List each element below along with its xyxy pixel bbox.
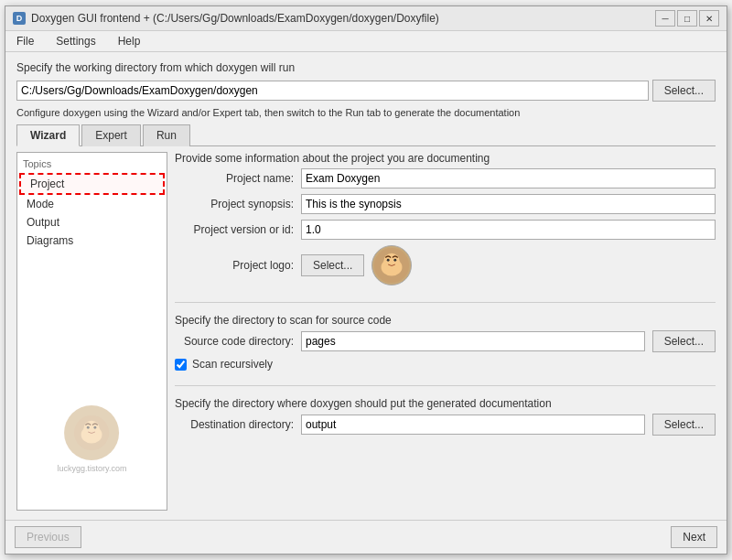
title-bar-controls: ─ □ ✕ (655, 10, 719, 27)
svg-point-2 (84, 421, 100, 436)
menu-help[interactable]: Help (111, 33, 148, 49)
sidebar: Topics Project Mode Output Diagrams (16, 152, 167, 511)
tab-run[interactable]: Run (143, 124, 190, 146)
main-window: D Doxygen GUI frontend + (C:/Users/Gg/Do… (5, 5, 727, 555)
project-logo-row: Select... (301, 245, 412, 285)
source-dir-input[interactable] (301, 331, 645, 351)
svg-point-3 (87, 426, 90, 429)
project-section-title: Provide some information about the proje… (175, 152, 716, 165)
svg-point-4 (94, 426, 97, 429)
svg-point-8 (387, 259, 390, 262)
project-name-label: Project name: (175, 172, 294, 185)
sidebar-item-mode[interactable]: Mode (17, 195, 167, 213)
working-dir-row: Select... (16, 80, 716, 102)
project-version-group: Project version or id: (175, 220, 716, 240)
source-dir-label: Source code directory: (175, 335, 294, 348)
main-content: Specify the working directory from which… (5, 52, 727, 520)
project-logo-avatar (371, 245, 412, 285)
scan-recursive-checkbox[interactable] (175, 359, 187, 371)
logo-avatar-svg (372, 246, 411, 285)
sidebar-item-project[interactable]: Project (19, 173, 165, 195)
configure-label: Configure doxygen using the Wizard and/o… (16, 107, 716, 118)
destination-dir-group: Destination directory: Select... (175, 414, 716, 436)
working-dir-label: Specify the working directory from which… (16, 61, 716, 74)
destination-dir-input[interactable] (301, 415, 645, 435)
avatar-small (64, 405, 119, 460)
sidebar-watermark: luckygg.tistory.com (58, 405, 127, 473)
source-dir-group: Source code directory: Select... (175, 330, 716, 352)
project-synopsis-label: Project synopsis: (175, 198, 294, 210)
maximize-button[interactable]: □ (677, 10, 697, 27)
title-bar-left: D Doxygen GUI frontend + (C:/Users/Gg/Do… (13, 12, 439, 25)
bottom-bar: Previous Next (5, 520, 727, 554)
menu-file[interactable]: File (9, 33, 41, 49)
next-button[interactable]: Next (671, 526, 717, 548)
svg-point-9 (394, 259, 397, 262)
destination-dir-select-button[interactable]: Select... (652, 414, 716, 436)
project-version-label: Project version or id: (175, 223, 294, 236)
destination-section: Specify the directory where doxygen shou… (175, 397, 716, 441)
sidebar-item-output[interactable]: Output (17, 213, 167, 232)
watermark-text: luckygg.tistory.com (58, 464, 127, 473)
working-dir-input[interactable] (16, 81, 649, 101)
project-synopsis-input[interactable] (301, 194, 716, 214)
tab-wizard[interactable]: Wizard (16, 124, 80, 146)
destination-dir-label: Destination directory: (175, 418, 294, 431)
avatar-small-svg (72, 414, 111, 452)
menu-settings[interactable]: Settings (48, 33, 102, 49)
destination-section-title: Specify the directory where doxygen shou… (175, 397, 716, 410)
working-dir-select-button[interactable]: Select... (652, 80, 716, 102)
tabs-row: Wizard Expert Run (16, 124, 716, 146)
title-bar: D Doxygen GUI frontend + (C:/Users/Gg/Do… (5, 6, 727, 31)
source-dir-select-button[interactable]: Select... (652, 330, 716, 352)
main-area: Topics Project Mode Output Diagrams (16, 152, 716, 511)
app-icon: D (13, 12, 26, 25)
project-name-group: Project name: (175, 168, 716, 188)
tab-expert[interactable]: Expert (81, 124, 141, 146)
scan-recursive-label: Scan recursively (192, 358, 273, 371)
project-name-input[interactable] (301, 168, 716, 188)
close-button[interactable]: ✕ (699, 10, 719, 27)
divider-2 (175, 385, 716, 386)
sidebar-topics-label: Topics (17, 156, 167, 173)
project-synopsis-group: Project synopsis: (175, 194, 716, 214)
source-section: Specify the directory to scan for source… (175, 314, 716, 374)
project-logo-group: Project logo: Select... (175, 245, 716, 285)
menu-bar: File Settings Help (5, 31, 727, 52)
project-logo-label: Project logo: (175, 259, 294, 272)
window-title: Doxygen GUI frontend + (C:/Users/Gg/Down… (31, 12, 439, 25)
right-panel: Provide some information about the proje… (175, 152, 716, 511)
scan-recursive-row: Scan recursively (175, 358, 716, 371)
source-section-title: Specify the directory to scan for source… (175, 314, 716, 327)
svg-point-7 (384, 253, 400, 269)
project-logo-select-button[interactable]: Select... (301, 254, 364, 276)
sidebar-item-diagrams[interactable]: Diagrams (17, 232, 167, 250)
project-section: Provide some information about the proje… (175, 152, 716, 291)
minimize-button[interactable]: ─ (655, 10, 675, 27)
previous-button[interactable]: Previous (15, 526, 81, 548)
divider-1 (175, 302, 716, 303)
project-version-input[interactable] (301, 220, 716, 240)
